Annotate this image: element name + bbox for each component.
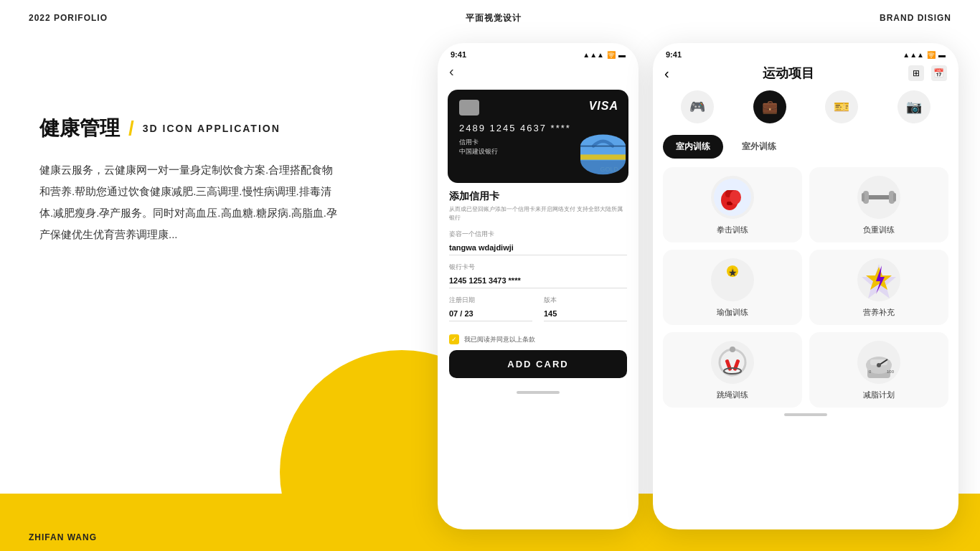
sport-icon-item-2[interactable]: 🎫 [825,90,858,123]
header-right: BRAND DISIGN [880,13,951,23]
svg-point-10 [730,190,741,204]
field-label-4: 版本 [544,296,627,305]
add-card-subtitle: 从而成已登回账户添加一个信用卡来开启网络支付 支持全部大陆所属银行 [449,205,627,222]
phone1-form: 添加信用卡 从而成已登回账户添加一个信用卡来开启网络支付 支持全部大陆所属银行 … [438,183,639,385]
weight-icon [856,174,902,220]
jumprope-icon [710,339,755,385]
form-row-date-version: 注册日期 07 / 23 版本 145 [449,296,627,329]
sports-title: 运动项目 [763,65,814,82]
sport-card-fatloss[interactable]: 0 100 减脂计划 [809,332,948,408]
boxing-icon [710,174,755,220]
description: 健康云服务，云健康网一对一量身定制饮食方案.合理搭配食物和营养.帮助您通过饮食健… [39,159,341,245]
add-card-title: 添加信用卡 [449,190,627,203]
title-row: 健康管理 / 3D ICON APPLICATION [39,115,341,142]
phones-container: 9:41 ▲▲▲ 🛜 ▬ ‹ VISA 2489 1245 4637 **** … [438,43,958,529]
phone-sports: 9:41 ▲▲▲ 🛜 ▬ ‹ 运动项目 ⊞ 📅 🎮 💼 [653,43,958,529]
bag-illustration [567,118,628,183]
form-group-date: 注册日期 07 / 23 [449,296,532,329]
jumprope-label: 跳绳训练 [717,390,748,400]
sport-icon-item-3[interactable]: 📷 [897,90,930,123]
svg-point-36 [877,363,881,367]
tabs-row: 室内训练 室外训练 [653,131,958,163]
svg-rect-16 [893,193,896,202]
field-label-1: 姿容一个信用卡 [449,230,627,239]
sport-circle-0: 🎮 [681,90,714,123]
signal-icon: ▲▲▲ [583,51,604,59]
checkbox-label: 我已阅读并同意以上条款 [464,335,535,344]
wifi-icon: 🛜 [607,51,616,59]
tab-outdoor[interactable]: 室外训练 [729,135,789,159]
home-bar-1 [517,391,560,394]
add-card-button[interactable]: ADD CARD [449,350,627,378]
terms-checkbox-row[interactable]: ✓ 我已阅读并同意以上条款 [449,334,627,344]
phone2-nav: ‹ 运动项目 ⊞ 📅 [653,62,958,88]
wifi-icon-2: 🛜 [927,51,936,59]
sport-card-yoga[interactable]: ★ 瑜伽训练 [663,250,802,325]
signal-icon-2: ▲▲▲ [903,51,924,59]
back-nav-1[interactable]: ‹ [438,62,639,84]
nutrition-label: 营养补充 [863,307,895,318]
card-chip [459,100,479,116]
checkbox[interactable]: ✓ [449,334,459,344]
sport-circle-3: 📷 [897,90,930,123]
phone-add-card: 9:41 ▲▲▲ 🛜 ▬ ‹ VISA 2489 1245 4637 **** … [438,43,639,529]
time-1: 9:41 [451,50,466,59]
sport-card-nutrition[interactable]: 营养补充 [809,250,948,325]
yoga-icon: ★ [710,257,755,303]
svg-point-27 [730,347,735,352]
sport-card-weight[interactable]: 负重训练 [809,167,948,242]
svg-rect-15 [862,193,864,202]
field-label-2: 银行卡号 [449,263,627,272]
svg-rect-3 [580,154,626,159]
nav-icons-row: ⊞ 📅 [908,65,947,81]
signal-icons-1: ▲▲▲ 🛜 ▬ [583,51,626,59]
sport-card-jumprope[interactable]: 跳绳训练 [663,332,802,408]
card-label: 信用卡 [459,138,498,147]
battery-icon-2: ▬ [938,51,946,59]
header-left: 2022 PORIFOLIO [29,13,108,23]
footer: ZHIFAN WANG [29,532,97,542]
svg-rect-12 [866,195,892,199]
time-2: 9:41 [666,50,682,59]
yoga-label: 瑜伽训练 [717,307,748,318]
left-section: 健康管理 / 3D ICON APPLICATION 健康云服务，云健康网一对一… [39,115,341,245]
svg-text:100: 100 [887,369,895,374]
fatloss-icon: 0 100 [856,339,902,385]
credit-card: VISA 2489 1245 4637 **** 信用卡 中国建设银行 GOLD… [448,90,628,183]
sport-circle-2: 🎫 [825,90,858,123]
field-value-3[interactable]: 07 / 23 [449,306,532,321]
sport-icons-row: 🎮 💼 🎫 📷 [653,88,958,131]
status-bar-2: 9:41 ▲▲▲ 🛜 ▬ [653,43,958,62]
status-bar-1: 9:41 ▲▲▲ 🛜 ▬ [438,43,639,62]
back-nav-2[interactable]: ‹ [664,65,669,82]
field-value-1[interactable]: tangwa wdajdiwji [449,240,627,255]
signal-icons-2: ▲▲▲ 🛜 ▬ [903,51,946,59]
sport-grid: 拳击训练 负重训练 [653,163,958,408]
field-value-4[interactable]: 145 [544,306,627,321]
title-divider: / [128,117,134,140]
sport-icon-item-0[interactable]: 🎮 [681,90,714,123]
svg-point-17 [711,258,754,301]
header: 2022 PORIFOLIO 平面视觉设计 BRAND DISIGN [0,0,980,36]
nav-icon-calendar[interactable]: 📅 [931,65,947,81]
weight-label: 负重训练 [863,225,895,235]
author-name: ZHIFAN WANG [29,532,97,542]
sport-icon-item-1[interactable]: 💼 [753,90,786,123]
nutrition-icon [856,257,902,303]
card-visa: VISA [589,100,618,113]
tab-indoor[interactable]: 室内训练 [663,135,723,159]
nav-icon-grid[interactable]: ⊞ [908,65,924,81]
card-bank: 中国建设银行 [459,147,498,156]
battery-icon: ▬ [618,51,626,59]
sport-circle-1: 💼 [753,90,786,123]
home-bar-2 [784,413,827,416]
form-group-version: 版本 145 [544,296,627,329]
svg-text:★: ★ [728,267,738,278]
title-en: 3D ICON APPLICATION [143,123,281,134]
sport-card-boxing[interactable]: 拳击训练 [663,167,802,242]
header-center: 平面视觉设计 [466,12,522,24]
title-chinese: 健康管理 [39,115,120,142]
fatloss-label: 减脂计划 [863,390,895,400]
field-label-3: 注册日期 [449,296,532,305]
field-value-2[interactable]: 1245 1251 3473 **** [449,273,627,288]
